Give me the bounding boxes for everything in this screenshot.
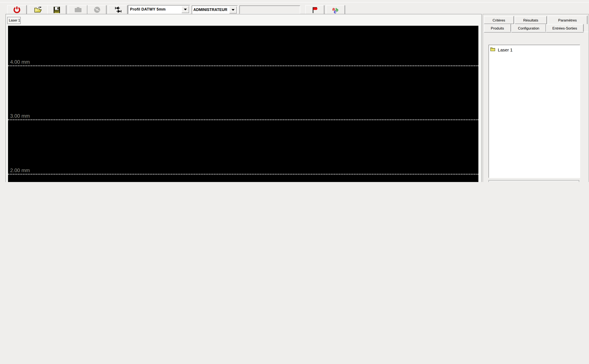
svg-text:c: c [334,9,336,13]
svg-text:4.00 mm: 4.00 mm [10,59,30,65]
svg-text:3.00 mm: 3.00 mm [10,113,30,119]
svg-text:2.00 mm: 2.00 mm [10,168,30,173]
